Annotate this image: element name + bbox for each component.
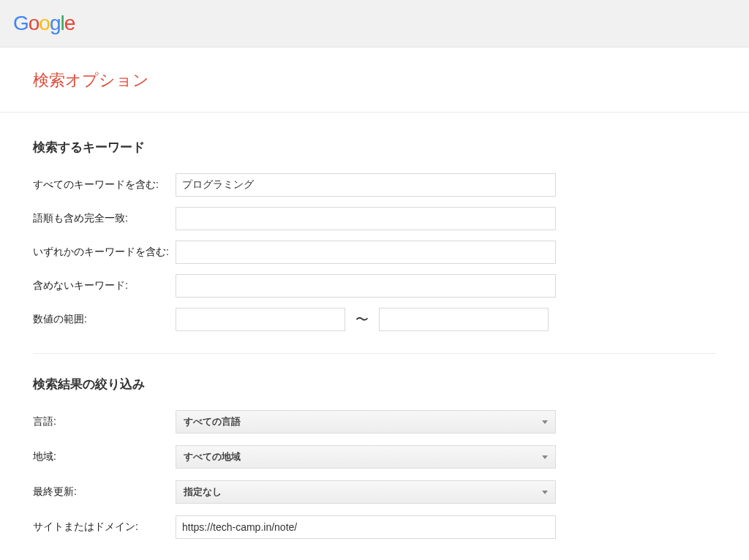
label-any-words: いずれかのキーワードを含む: [33, 241, 176, 259]
input-all-words[interactable] [176, 173, 556, 197]
range-separator: 〜 [355, 311, 369, 328]
section-divider [33, 353, 716, 354]
row-all-words: すべてのキーワードを含む: [33, 173, 716, 197]
caret-down-icon [542, 455, 548, 459]
page-title: 検索オプション [33, 69, 716, 91]
row-number-range: 数値の範囲: 〜 [33, 308, 716, 331]
google-logo[interactable]: Google [13, 12, 75, 35]
input-exact-phrase[interactable] [176, 207, 556, 230]
dropdown-region-value: すべての地域 [184, 450, 241, 463]
dropdown-language[interactable]: すべての言語 [176, 410, 556, 434]
input-any-words[interactable] [176, 241, 556, 264]
narrow-heading: 検索結果の絞り込み [33, 376, 716, 393]
label-last-update: 最終更新: [33, 480, 176, 499]
label-language: 言語: [33, 410, 176, 428]
keywords-heading: 検索するキーワード [33, 139, 716, 156]
caret-down-icon [542, 420, 548, 424]
row-language: 言語: すべての言語 [33, 410, 716, 434]
label-site-domain: サイトまたはドメイン: [33, 515, 176, 534]
row-exact-phrase: 語順も含め完全一致: [33, 207, 716, 230]
dropdown-last-update-value: 指定なし [184, 485, 222, 499]
input-site-domain[interactable] [176, 515, 556, 539]
label-number-range: 数値の範囲: [33, 308, 176, 326]
row-site-domain: サイトまたはドメイン: [33, 515, 716, 539]
row-any-words: いずれかのキーワードを含む: [33, 241, 716, 264]
caret-down-icon [542, 491, 548, 494]
page-title-wrap: 検索オプション [0, 48, 749, 113]
label-all-words: すべてのキーワードを含む: [33, 173, 176, 192]
dropdown-last-update[interactable]: 指定なし [176, 480, 556, 504]
top-bar: Google [0, 0, 749, 48]
row-region: 地域: すべての地域 [33, 445, 716, 469]
dropdown-region[interactable]: すべての地域 [176, 445, 556, 469]
row-last-update: 最終更新: 指定なし [33, 480, 716, 504]
input-range-from[interactable] [176, 308, 345, 331]
label-exact-phrase: 語順も含め完全一致: [33, 207, 176, 225]
input-none-words[interactable] [176, 274, 556, 298]
row-none-words: 含めないキーワード: [33, 274, 716, 298]
input-range-to[interactable] [379, 308, 549, 331]
label-region: 地域: [33, 445, 176, 463]
label-none-words: 含めないキーワード: [33, 274, 176, 292]
dropdown-language-value: すべての言語 [184, 415, 241, 428]
